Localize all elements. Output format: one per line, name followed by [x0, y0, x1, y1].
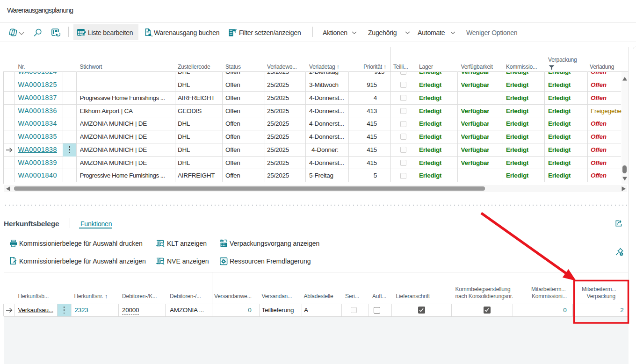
svg-text:9: 9	[151, 35, 152, 37]
